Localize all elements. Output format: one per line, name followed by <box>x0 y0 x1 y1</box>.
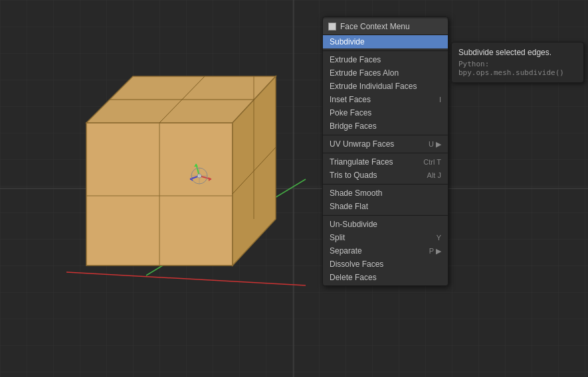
menu-item-label-extrude-individual-faces: Extrude Individual Faces <box>330 82 417 91</box>
menu-item-subdivide[interactable]: Subdivide <box>323 35 448 48</box>
menu-item-label-shade-smooth: Shade Smooth <box>330 188 382 198</box>
menu-item-label-extrude-faces: Extrude Faces <box>330 55 381 64</box>
menu-item-label-poke-faces: Poke Faces <box>330 108 371 117</box>
tooltip-python: Python: bpy.ops.mesh.subdivide() <box>458 60 577 77</box>
menu-item-shortcut-tris-to-quads: Alt J <box>427 171 441 179</box>
separator-2 <box>323 135 448 135</box>
menu-item-label-shade-flat: Shade Flat <box>330 202 368 211</box>
menu-item-inset-faces[interactable]: Inset Faces I <box>323 93 448 106</box>
menu-item-bridge-faces[interactable]: Bridge Faces <box>323 119 448 133</box>
menu-item-split[interactable]: Split Y <box>323 231 448 244</box>
menu-item-label-subdivide: Subdivide <box>330 37 365 46</box>
menu-item-label-extrude-faces-along: Extrude Faces Alon <box>330 68 399 78</box>
menu-item-tris-to-quads[interactable]: Tris to Quads Alt J <box>323 169 448 182</box>
menu-item-label-tris-to-quads: Tris to Quads <box>330 171 377 180</box>
menu-item-delete-faces[interactable]: Delete Faces <box>323 271 448 284</box>
menu-item-separate[interactable]: Separate P ▶ <box>323 244 448 258</box>
menu-icon <box>328 23 336 31</box>
menu-item-shortcut-inset-faces: I <box>439 96 441 104</box>
menu-item-label-separate: Separate <box>330 246 362 256</box>
menu-item-label-uv-unwrap-faces: UV Unwrap Faces <box>330 139 394 149</box>
menu-item-un-subdivide[interactable]: Un-Subdivide <box>323 218 448 231</box>
menu-item-dissolve-faces[interactable]: Dissolve Faces <box>323 258 448 271</box>
menu-item-extrude-faces-along[interactable]: Extrude Faces Alon <box>323 66 448 80</box>
menu-item-label-dissolve-faces: Dissolve Faces <box>330 260 383 269</box>
menu-item-shade-smooth[interactable]: Shade Smooth <box>323 187 448 200</box>
tooltip-title: Subdivide selected edges. <box>458 48 577 57</box>
separator-3 <box>323 153 448 153</box>
menu-item-label-split: Split <box>330 233 345 242</box>
menu-item-triangulate-faces[interactable]: Triangulate Faces Ctrl T <box>323 155 448 169</box>
tooltip: Subdivide selected edges. Python: bpy.op… <box>451 42 584 83</box>
menu-item-shortcut-split: Y <box>437 234 441 242</box>
menu-item-shade-flat[interactable]: Shade Flat <box>323 200 448 213</box>
menu-item-shortcut-uv-unwrap: U ▶ <box>429 140 441 149</box>
separator-4 <box>323 184 448 185</box>
menu-item-shortcut-separate: P ▶ <box>429 247 441 256</box>
menu-item-label-un-subdivide: Un-Subdivide <box>330 220 377 229</box>
menu-header: Face Context Menu <box>323 19 448 35</box>
menu-item-shortcut-triangulate: Ctrl T <box>423 158 441 166</box>
menu-item-label-triangulate-faces: Triangulate Faces <box>330 157 393 167</box>
menu-item-poke-faces[interactable]: Poke Faces <box>323 106 448 119</box>
context-menu: Face Context Menu Subdivide Extrude Face… <box>322 17 448 286</box>
menu-item-label-bridge-faces: Bridge Faces <box>330 121 377 131</box>
separator-5 <box>323 215 448 216</box>
menu-item-label-delete-faces: Delete Faces <box>330 273 377 282</box>
menu-title: Face Context Menu <box>340 22 410 31</box>
menu-item-extrude-faces[interactable]: Extrude Faces <box>323 53 448 66</box>
menu-item-uv-unwrap-faces[interactable]: UV Unwrap Faces U ▶ <box>323 137 448 151</box>
menu-item-label-inset-faces: Inset Faces <box>330 95 371 104</box>
menu-item-extrude-individual-faces[interactable]: Extrude Individual Faces <box>323 80 448 93</box>
separator-1 <box>323 50 448 51</box>
context-menu-wrapper: Face Context Menu Subdivide Extrude Face… <box>322 17 584 286</box>
